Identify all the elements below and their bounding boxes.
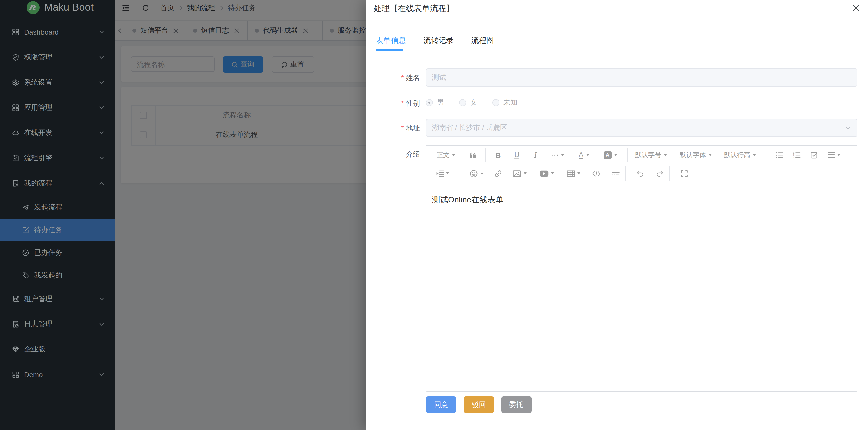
- radio-male-circle: [426, 99, 433, 106]
- editor-more-styles-button[interactable]: [551, 154, 564, 156]
- caret-down-icon: [753, 154, 756, 156]
- sidebar-item-apps[interactable]: 应用管理: [0, 95, 115, 120]
- caret-down-icon: [614, 154, 617, 156]
- editor-paragraph-style-button[interactable]: 正文: [436, 150, 455, 160]
- intro-label: 介绍: [406, 150, 420, 159]
- gender-radio-group: 男 女 未知: [426, 97, 533, 108]
- intro-label-text: 介绍: [406, 150, 420, 158]
- editor-table-button[interactable]: [566, 170, 580, 177]
- editor-justify-button[interactable]: [828, 152, 840, 158]
- clipboard-check-icon: [12, 154, 19, 162]
- required-asterisk: *: [401, 99, 404, 107]
- editor-line-height-button[interactable]: 默认行高: [724, 150, 756, 160]
- caret-down-icon: [446, 172, 449, 174]
- radio-unknown-circle: [492, 99, 499, 106]
- name-input[interactable]: 测试: [426, 68, 858, 87]
- paper-plane-icon: [22, 204, 29, 211]
- sidebar-item-my-flows[interactable]: 我的流程: [0, 171, 115, 196]
- paragraph-style-label: 正文: [436, 150, 450, 160]
- sidebar-item-my-initiated[interactable]: 我发起的: [0, 264, 115, 287]
- delegate-button[interactable]: 委托: [501, 396, 531, 413]
- document-user-icon: [12, 180, 19, 187]
- radio-unknown[interactable]: 未知: [492, 98, 518, 107]
- app-root: Maku Boot Dashboard 权限管理 系统设置 应用管理 在线开发 …: [0, 0, 868, 430]
- sidebar-item-tenants[interactable]: 租户管理: [0, 287, 115, 312]
- editor-fullscreen-icon[interactable]: [681, 170, 688, 177]
- reject-button[interactable]: 驳回: [464, 396, 494, 413]
- toolbar-group-divider: [627, 147, 628, 162]
- bold-letter: B: [495, 151, 501, 159]
- required-asterisk: *: [401, 124, 404, 132]
- name-label-text: 姓名: [406, 74, 420, 82]
- sidebar-item-logs[interactable]: 日志管理: [0, 312, 115, 337]
- process-drawer: 处理【在线表单流程】 表单信息 流转记录 流程图 *姓名 测试 *性别 男 女 …: [366, 0, 868, 430]
- editor-image-button[interactable]: [513, 170, 527, 177]
- tab-form-info[interactable]: 表单信息: [376, 30, 406, 50]
- drawer-tabs: 表单信息 流转记录 流程图: [376, 30, 858, 50]
- radio-male-label: 男: [437, 98, 444, 107]
- chevron-down-icon: [99, 30, 104, 35]
- tabs-track: [376, 50, 858, 50]
- editor-bullet-list-icon[interactable]: [775, 151, 783, 158]
- radio-male[interactable]: 男: [426, 98, 444, 107]
- close-icon[interactable]: [853, 4, 860, 11]
- radio-female[interactable]: 女: [459, 98, 477, 107]
- name-label: *姓名: [401, 74, 420, 83]
- editor-undo-icon[interactable]: [637, 170, 644, 177]
- editor-todo-icon[interactable]: [811, 151, 818, 159]
- required-asterisk: *: [401, 74, 404, 82]
- address-select[interactable]: 湖南省 / 长沙市 / 岳麓区: [426, 119, 858, 137]
- caret-down-icon: [524, 172, 527, 174]
- tab-flow-records[interactable]: 流转记录: [424, 30, 454, 50]
- editor-content[interactable]: 测试Online在线表单: [427, 183, 857, 391]
- editor-numbered-list-icon[interactable]: 123: [793, 151, 801, 158]
- chevron-down-icon: [99, 155, 104, 161]
- sidebar-item-dashboard[interactable]: Dashboard: [0, 20, 115, 45]
- shield-icon: [12, 54, 19, 61]
- toolbar-group-divider: [769, 147, 769, 162]
- editor-bold-icon[interactable]: B: [495, 151, 501, 159]
- caret-down-icon: [577, 172, 580, 174]
- logo-icon: [27, 1, 40, 14]
- chevron-down-icon: [99, 131, 104, 136]
- editor-redo-icon[interactable]: [656, 170, 663, 177]
- chevron-up-icon: [99, 181, 104, 186]
- editor-font-family-button[interactable]: 默认字体: [680, 150, 711, 160]
- underline-letter: U: [515, 151, 520, 159]
- sidebar-item-enterprise[interactable]: 企业版: [0, 337, 115, 362]
- sidebar-item-done-tasks[interactable]: 已办任务: [0, 241, 115, 264]
- editor-divider-icon[interactable]: [612, 171, 620, 176]
- gem-icon: [12, 346, 19, 353]
- editor-font-size-button[interactable]: 默认字号: [635, 150, 667, 160]
- sidebar-item-todo-tasks[interactable]: 待办任务: [0, 219, 115, 241]
- chevron-down-icon: [99, 80, 104, 85]
- sidebar-item-demo[interactable]: Demo: [0, 362, 115, 387]
- editor-italic-icon[interactable]: I: [534, 151, 537, 159]
- editor-indent-button[interactable]: [436, 170, 449, 177]
- editor-code-icon[interactable]: [592, 170, 600, 176]
- sidebar-item-sys[interactable]: 系统设置: [0, 70, 115, 95]
- address-value: 湖南省 / 长沙市 / 岳麓区: [432, 123, 507, 133]
- sidebar-item-online-dev[interactable]: 在线开发: [0, 120, 115, 145]
- blocks-icon: [12, 371, 19, 378]
- editor-quote-icon[interactable]: [470, 152, 476, 157]
- app-title: Maku Boot: [44, 1, 94, 13]
- editor-emoji-button[interactable]: [470, 169, 483, 177]
- sidebar-item-flow-engine[interactable]: 流程引擎: [0, 145, 115, 171]
- chevron-down-icon: [845, 125, 851, 131]
- sidebar-item-start-flow[interactable]: 发起流程: [0, 196, 115, 219]
- toolbar-group-divider: [485, 147, 486, 162]
- editor-toolbar-row1: 正文 B U I A A 默认字号 默认字体 默认行高 123: [427, 145, 857, 164]
- grid-icon: [12, 104, 19, 111]
- caret-down-icon: [586, 154, 589, 156]
- gear-icon: [12, 79, 19, 86]
- editor-video-button[interactable]: [539, 170, 554, 177]
- tab-flow-diagram[interactable]: 流程图: [471, 30, 494, 50]
- address-label: *地址: [401, 124, 420, 133]
- approve-button[interactable]: 同意: [426, 396, 456, 413]
- editor-bg-color-button[interactable]: A: [604, 151, 617, 159]
- editor-link-icon[interactable]: [494, 170, 502, 177]
- editor-underline-icon[interactable]: U: [515, 151, 520, 159]
- sidebar-item-perm[interactable]: 权限管理: [0, 45, 115, 70]
- editor-font-color-button[interactable]: A: [579, 151, 589, 159]
